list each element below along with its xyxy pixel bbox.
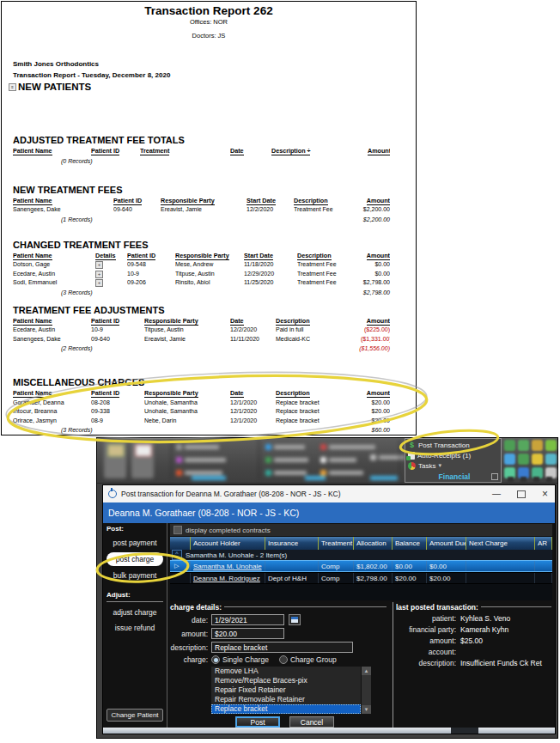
post-buttons: post paymentpost chargebulk payment bbox=[103, 534, 167, 584]
collapse-group-icon[interactable]: ^ bbox=[172, 550, 182, 560]
expand-details-icon[interactable]: + bbox=[95, 261, 103, 269]
contract-row[interactable]: ▷Samantha M. UnohaleComp$1,802.00$0.00$0… bbox=[170, 560, 552, 572]
dialog-buttons: Post Cancel bbox=[235, 716, 390, 728]
menu-item-auto-receipts-1[interactable]: Auto-Receipts (1) bbox=[408, 450, 501, 460]
patient-banner: Deanna M. Gorathaer (08-208 - NOR - JS -… bbox=[103, 502, 555, 523]
column-header-responsible-party[interactable]: Responsible Party bbox=[161, 197, 247, 206]
report-cell: 12/1/2020 bbox=[230, 417, 276, 426]
column-header-description[interactable]: Description bbox=[297, 252, 360, 261]
sidebar-button-post-payment[interactable]: post payment bbox=[106, 536, 164, 550]
column-header-account-holder[interactable]: Account Holder bbox=[191, 537, 265, 550]
calendar-icon[interactable] bbox=[289, 614, 301, 625]
charge-option-repair-removable-retainer[interactable]: Repair Removable Retainer bbox=[211, 695, 361, 704]
column-header-patient-id[interactable]: Patient ID bbox=[91, 147, 140, 156]
column-header-responsible-party[interactable]: Responsible Party bbox=[144, 317, 230, 326]
column-header-date[interactable]: Date bbox=[230, 389, 276, 399]
contract-cell[interactable]: Samantha M. Unohale bbox=[191, 561, 265, 571]
expand-details-icon[interactable]: + bbox=[95, 279, 103, 287]
radio-charge-group[interactable]: Charge Group bbox=[279, 655, 337, 664]
collapse-section-icon[interactable]: ≡ bbox=[9, 83, 16, 91]
column-header-treatment[interactable]: Treatment bbox=[319, 537, 354, 550]
radio-single-charge[interactable]: Single Charge bbox=[211, 655, 269, 664]
column-header-description[interactable]: Description bbox=[276, 389, 361, 399]
column-header-patient-id[interactable]: Patient ID bbox=[91, 389, 144, 399]
post-section-label: Post: bbox=[103, 525, 167, 534]
report-row: Gorathaer, Deanna08-208Unohale, Samantha… bbox=[13, 399, 390, 408]
column-header-ar[interactable]: AR bbox=[535, 537, 552, 550]
large-toolbar-button-icon[interactable] bbox=[104, 441, 126, 478]
change-patient-button[interactable]: Change Patient bbox=[107, 709, 163, 722]
column-header-description[interactable]: Description bbox=[294, 197, 359, 206]
report-cell: $2,798.00 bbox=[360, 278, 390, 288]
column-header-start-date[interactable]: Start Date bbox=[247, 197, 294, 206]
report-cell: Replace bracket bbox=[276, 417, 361, 426]
large-toolbar-button-icon[interactable] bbox=[131, 441, 154, 478]
column-header-allocation[interactable]: Allocation bbox=[354, 537, 393, 550]
column-header-date[interactable]: Date bbox=[230, 147, 271, 156]
column-header-amount[interactable]: Amount bbox=[368, 147, 390, 156]
column-header-start-date[interactable]: Start Date bbox=[244, 252, 297, 261]
column-header-insurance[interactable]: Insurance bbox=[265, 537, 319, 550]
scroll-up-icon[interactable]: ▲ bbox=[362, 667, 371, 675]
column-header-patient-name[interactable]: Patient Name bbox=[13, 197, 113, 206]
sidebar-button-bulk-payment[interactable]: bulk payment bbox=[106, 569, 164, 582]
column-header-description[interactable]: Description ÷ bbox=[271, 147, 368, 156]
minimize-button[interactable]: — bbox=[492, 490, 501, 498]
column-header-amount-due[interactable]: Amount Due bbox=[427, 537, 466, 550]
charge-option-replace-bracket[interactable]: Replace bracket bbox=[211, 704, 361, 714]
report-section-new-treatment-fees: NEW TREATMENT FEESPatient NamePatient ID… bbox=[13, 185, 390, 224]
date-input[interactable]: 1/29/2021 bbox=[211, 614, 284, 625]
column-header-patient-id[interactable]: Patient ID bbox=[113, 197, 161, 206]
radio-label: Single Charge bbox=[222, 655, 269, 664]
column-header-balance[interactable]: Balance bbox=[393, 537, 427, 550]
charge-list-scrollbar[interactable]: ▲ ▼ bbox=[362, 667, 371, 714]
column-header-amount[interactable]: Amount bbox=[359, 197, 390, 206]
cancel-button[interactable]: Cancel bbox=[289, 716, 334, 728]
contract-row[interactable]: Deanna M. RodriguezDept of H&HComp$2,798… bbox=[170, 572, 552, 583]
description-input[interactable]: Replace bracket bbox=[211, 642, 353, 653]
sidebar-button-issue-refund[interactable]: issue refund bbox=[106, 621, 164, 635]
report-cell: Ecedare, Austin bbox=[13, 270, 95, 279]
column-header-label: Amount bbox=[367, 389, 390, 398]
expand-details-icon[interactable]: + bbox=[95, 271, 103, 278]
column-header-next-charge[interactable]: Next Charge bbox=[466, 537, 535, 550]
column-header-patient-name[interactable]: Patient Name bbox=[13, 389, 91, 399]
column-header-patient-name[interactable]: Patient Name bbox=[13, 317, 91, 326]
group-expander-icon[interactable] bbox=[491, 473, 498, 480]
column-header-patient-name[interactable]: Patient Name bbox=[13, 252, 95, 261]
column-header-amount[interactable]: Amount bbox=[361, 317, 390, 326]
menu-item-tasks[interactable]: Tasks▾ bbox=[408, 460, 501, 471]
menu-item-post-transaction[interactable]: $Post Transaction bbox=[408, 440, 501, 450]
column-header-patient-name[interactable]: Patient Name bbox=[13, 147, 91, 156]
report-cell: $2,200.00 bbox=[359, 205, 390, 215]
column-header-date[interactable]: Date bbox=[230, 317, 276, 326]
last-posted-amount: amount:$25.00 bbox=[396, 636, 555, 645]
amount-input[interactable]: $20.00 bbox=[211, 628, 284, 639]
contract-cell[interactable]: Deanna M. Rodriguez bbox=[191, 573, 265, 583]
contract-cell: $2,798.00 bbox=[354, 573, 393, 583]
horizontal-scrollbar[interactable] bbox=[103, 728, 555, 734]
scroll-down-icon[interactable]: ▼ bbox=[362, 705, 371, 714]
column-header-treatment[interactable]: Treatment bbox=[140, 147, 230, 156]
display-completed-contracts-checkbox[interactable] bbox=[173, 526, 182, 534]
close-button[interactable]: × bbox=[542, 490, 548, 498]
maximize-button[interactable] bbox=[517, 490, 526, 498]
report-cell: Treatment Fee bbox=[297, 278, 360, 288]
charge-option-remove-replace-braces-pix[interactable]: Remove/Replace Braces-pix bbox=[211, 676, 361, 685]
column-header-details[interactable]: Details bbox=[95, 252, 127, 261]
post-button[interactable]: Post bbox=[235, 716, 280, 728]
transaction-report-page: Transaction Report 262 Offices: NOR Doct… bbox=[1, 1, 417, 435]
column-header-description[interactable]: Description bbox=[276, 317, 361, 326]
sidebar-button-adjust-charge[interactable]: adjust charge bbox=[106, 606, 164, 619]
column-header-patient-id[interactable]: Patient ID bbox=[127, 252, 175, 261]
column-header-responsible-party[interactable]: Responsible Party bbox=[175, 252, 244, 261]
column-header-amount[interactable]: Amount bbox=[360, 252, 390, 261]
column-header-amount[interactable]: Amount bbox=[361, 389, 390, 399]
charge-option-repair-fixed-retainer[interactable]: Repair Fixed Retainer bbox=[211, 685, 361, 695]
charge-option-remove-lha[interactable]: Remove LHA bbox=[211, 667, 361, 676]
toolbar-ribbon: $Post TransactionAuto-Receipts (1)Tasks▾… bbox=[97, 438, 557, 484]
column-header-responsible-party[interactable]: Responsible Party bbox=[144, 389, 230, 399]
column-header-patient-id[interactable]: Patient ID bbox=[91, 317, 144, 326]
sidebar-button-post-charge[interactable]: post charge bbox=[107, 552, 163, 566]
charge-details-heading: charge details: bbox=[170, 602, 390, 612]
